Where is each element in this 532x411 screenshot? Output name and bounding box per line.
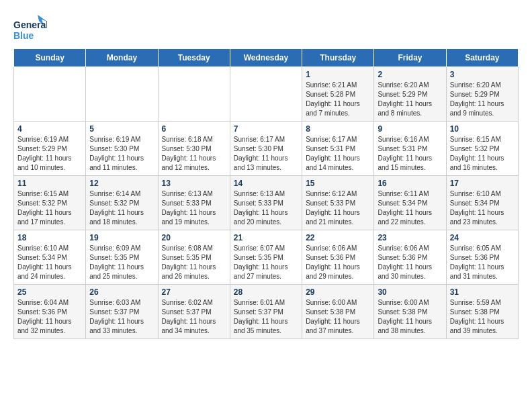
day-number: 16 — [378, 179, 442, 188]
day-info: Sunrise: 6:05 AM Sunset: 5:36 PM Dayligh… — [450, 244, 515, 281]
calendar-cell: 9Sunrise: 6:16 AM Sunset: 5:31 PM Daylig… — [374, 122, 446, 176]
calendar-cell: 8Sunrise: 6:17 AM Sunset: 5:31 PM Daylig… — [302, 122, 374, 176]
calendar-cell: 7Sunrise: 6:17 AM Sunset: 5:30 PM Daylig… — [230, 122, 302, 176]
calendar-cell: 2Sunrise: 6:20 AM Sunset: 5:29 PM Daylig… — [374, 67, 446, 122]
day-number: 19 — [89, 233, 154, 242]
day-number: 22 — [306, 233, 370, 242]
header-day-thursday: Thursday — [302, 49, 374, 67]
day-info: Sunrise: 6:07 AM Sunset: 5:35 PM Dayligh… — [234, 244, 298, 281]
calendar-cell: 5Sunrise: 6:19 AM Sunset: 5:30 PM Daylig… — [86, 122, 158, 176]
day-number: 21 — [234, 233, 298, 242]
calendar-cell: 13Sunrise: 6:13 AM Sunset: 5:33 PM Dayli… — [158, 176, 230, 230]
header-row: SundayMondayTuesdayWednesdayThursdayFrid… — [14, 49, 519, 67]
day-info: Sunrise: 6:06 AM Sunset: 5:36 PM Dayligh… — [306, 244, 370, 281]
day-number: 8 — [306, 124, 370, 134]
logo-svg: GeneralBlue — [13, 13, 47, 43]
day-number: 3 — [450, 70, 515, 79]
calendar-cell: 25Sunrise: 6:04 AM Sunset: 5:36 PM Dayli… — [14, 285, 86, 339]
calendar-cell: 17Sunrise: 6:10 AM Sunset: 5:34 PM Dayli… — [446, 176, 518, 230]
svg-text:General: General — [13, 19, 47, 30]
day-info: Sunrise: 6:13 AM Sunset: 5:33 PM Dayligh… — [162, 189, 226, 227]
calendar-cell: 18Sunrise: 6:10 AM Sunset: 5:34 PM Dayli… — [14, 230, 86, 285]
day-number: 12 — [89, 179, 154, 188]
day-info: Sunrise: 6:06 AM Sunset: 5:36 PM Dayligh… — [378, 244, 442, 281]
calendar-cell: 10Sunrise: 6:15 AM Sunset: 5:32 PM Dayli… — [446, 122, 518, 176]
logo: GeneralBlue — [13, 13, 47, 43]
calendar-cell: 4Sunrise: 6:19 AM Sunset: 5:29 PM Daylig… — [14, 122, 86, 176]
day-info: Sunrise: 6:17 AM Sunset: 5:30 PM Dayligh… — [234, 135, 298, 173]
calendar-cell: 1Sunrise: 6:21 AM Sunset: 5:28 PM Daylig… — [302, 67, 374, 122]
header-day-wednesday: Wednesday — [230, 49, 302, 67]
calendar-cell: 6Sunrise: 6:18 AM Sunset: 5:30 PM Daylig… — [158, 122, 230, 176]
calendar-cell — [14, 67, 86, 122]
calendar-cell: 31Sunrise: 5:59 AM Sunset: 5:38 PM Dayli… — [446, 285, 518, 339]
day-info: Sunrise: 6:02 AM Sunset: 5:37 PM Dayligh… — [162, 298, 226, 336]
day-number: 11 — [17, 179, 82, 188]
calendar-cell: 21Sunrise: 6:07 AM Sunset: 5:35 PM Dayli… — [230, 230, 302, 285]
header-day-tuesday: Tuesday — [158, 49, 230, 67]
day-info: Sunrise: 6:00 AM Sunset: 5:38 PM Dayligh… — [306, 298, 370, 336]
week-row-3: 11Sunrise: 6:15 AM Sunset: 5:32 PM Dayli… — [14, 176, 519, 230]
calendar-table: SundayMondayTuesdayWednesdayThursdayFrid… — [13, 48, 519, 339]
day-number: 15 — [306, 179, 370, 188]
day-info: Sunrise: 6:03 AM Sunset: 5:37 PM Dayligh… — [89, 298, 154, 336]
day-number: 18 — [17, 233, 82, 242]
day-info: Sunrise: 6:18 AM Sunset: 5:30 PM Dayligh… — [162, 135, 226, 173]
calendar-cell: 16Sunrise: 6:11 AM Sunset: 5:34 PM Dayli… — [374, 176, 446, 230]
calendar-cell: 14Sunrise: 6:13 AM Sunset: 5:33 PM Dayli… — [230, 176, 302, 230]
day-info: Sunrise: 6:15 AM Sunset: 5:32 PM Dayligh… — [450, 135, 515, 173]
day-info: Sunrise: 6:09 AM Sunset: 5:35 PM Dayligh… — [89, 244, 154, 281]
day-number: 27 — [162, 287, 226, 297]
day-info: Sunrise: 6:19 AM Sunset: 5:30 PM Dayligh… — [89, 135, 154, 173]
calendar-cell — [230, 67, 302, 122]
calendar-cell: 22Sunrise: 6:06 AM Sunset: 5:36 PM Dayli… — [302, 230, 374, 285]
header-day-monday: Monday — [86, 49, 158, 67]
day-number: 24 — [450, 233, 515, 242]
calendar-cell: 26Sunrise: 6:03 AM Sunset: 5:37 PM Dayli… — [86, 285, 158, 339]
header-day-sunday: Sunday — [14, 49, 86, 67]
day-info: Sunrise: 6:12 AM Sunset: 5:33 PM Dayligh… — [306, 189, 370, 227]
day-number: 28 — [234, 287, 298, 297]
day-number: 17 — [450, 179, 515, 188]
day-number: 7 — [234, 124, 298, 134]
day-number: 9 — [378, 124, 442, 134]
day-info: Sunrise: 6:08 AM Sunset: 5:35 PM Dayligh… — [162, 244, 226, 281]
calendar-cell — [86, 67, 158, 122]
week-row-2: 4Sunrise: 6:19 AM Sunset: 5:29 PM Daylig… — [14, 122, 519, 176]
calendar-cell: 28Sunrise: 6:01 AM Sunset: 5:37 PM Dayli… — [230, 285, 302, 339]
calendar-cell: 30Sunrise: 6:00 AM Sunset: 5:38 PM Dayli… — [374, 285, 446, 339]
day-number: 6 — [162, 124, 226, 134]
day-info: Sunrise: 6:15 AM Sunset: 5:32 PM Dayligh… — [17, 189, 82, 227]
calendar-cell — [158, 67, 230, 122]
calendar-cell: 3Sunrise: 6:20 AM Sunset: 5:29 PM Daylig… — [446, 67, 518, 122]
day-number: 25 — [17, 287, 82, 297]
day-info: Sunrise: 6:20 AM Sunset: 5:29 PM Dayligh… — [450, 81, 515, 118]
day-number: 1 — [306, 70, 370, 79]
day-number: 5 — [89, 124, 154, 134]
day-number: 4 — [17, 124, 82, 134]
header-day-saturday: Saturday — [446, 49, 518, 67]
calendar-cell: 20Sunrise: 6:08 AM Sunset: 5:35 PM Dayli… — [158, 230, 230, 285]
day-info: Sunrise: 6:17 AM Sunset: 5:31 PM Dayligh… — [306, 135, 370, 173]
svg-text:Blue: Blue — [13, 30, 34, 41]
day-number: 20 — [162, 233, 226, 242]
week-row-1: 1Sunrise: 6:21 AM Sunset: 5:28 PM Daylig… — [14, 67, 519, 122]
page-header: GeneralBlue — [13, 13, 519, 43]
day-info: Sunrise: 6:01 AM Sunset: 5:37 PM Dayligh… — [234, 298, 298, 336]
day-number: 14 — [234, 179, 298, 188]
day-info: Sunrise: 6:19 AM Sunset: 5:29 PM Dayligh… — [17, 135, 82, 173]
day-info: Sunrise: 6:11 AM Sunset: 5:34 PM Dayligh… — [378, 189, 442, 227]
week-row-4: 18Sunrise: 6:10 AM Sunset: 5:34 PM Dayli… — [14, 230, 519, 285]
calendar-cell: 27Sunrise: 6:02 AM Sunset: 5:37 PM Dayli… — [158, 285, 230, 339]
calendar-cell: 23Sunrise: 6:06 AM Sunset: 5:36 PM Dayli… — [374, 230, 446, 285]
day-info: Sunrise: 5:59 AM Sunset: 5:38 PM Dayligh… — [450, 298, 515, 336]
day-number: 26 — [89, 287, 154, 297]
day-info: Sunrise: 6:20 AM Sunset: 5:29 PM Dayligh… — [378, 81, 442, 118]
day-number: 2 — [378, 70, 442, 79]
header-day-friday: Friday — [374, 49, 446, 67]
day-info: Sunrise: 6:13 AM Sunset: 5:33 PM Dayligh… — [234, 189, 298, 227]
day-info: Sunrise: 6:10 AM Sunset: 5:34 PM Dayligh… — [17, 244, 82, 281]
calendar-cell: 19Sunrise: 6:09 AM Sunset: 5:35 PM Dayli… — [86, 230, 158, 285]
calendar-cell: 29Sunrise: 6:00 AM Sunset: 5:38 PM Dayli… — [302, 285, 374, 339]
calendar-cell: 11Sunrise: 6:15 AM Sunset: 5:32 PM Dayli… — [14, 176, 86, 230]
